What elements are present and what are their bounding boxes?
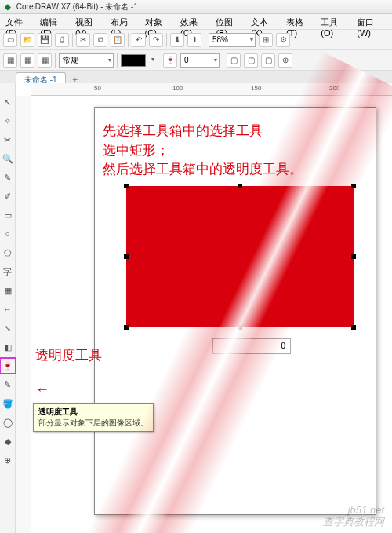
- smart-tool[interactable]: ✐: [2, 190, 14, 203]
- arrow-icon: ←: [35, 381, 49, 398]
- menu-window[interactable]: 窗口(W): [354, 16, 389, 27]
- fill-color-swatch[interactable]: [121, 54, 146, 67]
- menu-table[interactable]: 表格(T): [284, 16, 315, 27]
- app-name: CorelDRAW X7 (64-Bit): [16, 2, 99, 11]
- trans-value[interactable]: 0: [180, 53, 220, 68]
- zoom-tool[interactable]: 🔍: [2, 152, 14, 165]
- menu-file[interactable]: 文件(F): [3, 16, 34, 27]
- separator: [166, 33, 167, 47]
- menu-tools[interactable]: 工具(O): [318, 16, 351, 27]
- connector-tool[interactable]: ⤡: [2, 322, 14, 334]
- tooltip-desc: 部分显示对象下层的图像区域。: [38, 418, 148, 429]
- shape-tool[interactable]: ✧: [2, 115, 14, 127]
- tooltip-title: 透明度工具: [38, 407, 148, 418]
- dimension-tool[interactable]: ↔: [2, 303, 14, 316]
- prop-btn-5[interactable]: ▢: [244, 53, 258, 68]
- table-tool[interactable]: ▦: [2, 284, 14, 297]
- workspace: ↖ ✧ ✂ 🔍 ✎ ✐ ▭ ○ ⬠ 字 ▦ ↔ ⤡ ◧ 🍷 ✎ 🪣 ◯ ◆ ⊕ …: [0, 83, 392, 533]
- print-button[interactable]: ⎙: [55, 33, 69, 47]
- toolbox: ↖ ✧ ✂ 🔍 ✎ ✐ ▭ ○ ⬠ 字 ▦ ↔ ⤡ ◧ 🍷 ✎ 🪣 ◯ ◆ ⊕: [0, 83, 16, 533]
- separator: [55, 53, 56, 68]
- options-button[interactable]: ⚙: [276, 33, 290, 47]
- menu-bitmap[interactable]: 位图(B): [213, 16, 245, 27]
- app-icon: ◆: [5, 2, 11, 11]
- interactive-fill-tool[interactable]: ◆: [2, 435, 14, 447]
- separator: [205, 33, 205, 47]
- handle-br[interactable]: [351, 325, 356, 330]
- red-rectangle[interactable]: [126, 186, 354, 327]
- polygon-tool[interactable]: ⬠: [2, 246, 14, 259]
- transparency-icon[interactable]: 🍷: [163, 53, 177, 68]
- import-button[interactable]: ⬇: [170, 33, 184, 47]
- value-input[interactable]: 0: [212, 338, 291, 354]
- prop-btn-1[interactable]: ▦: [3, 53, 17, 68]
- outline-tool[interactable]: ◯: [2, 416, 14, 429]
- menu-text[interactable]: 文本(X): [249, 16, 281, 27]
- snap-button[interactable]: ⊞: [259, 33, 273, 47]
- more-tool[interactable]: ⊕: [2, 454, 14, 466]
- ruler-vertical: [16, 96, 31, 533]
- cut-button[interactable]: ✂: [76, 33, 90, 47]
- rectangle-tool[interactable]: ▭: [2, 209, 14, 221]
- toolbar-property: ▦ ▦ ▦ 常规 🍷 0 ▢ ▢ ▢ ⊕: [0, 50, 392, 71]
- handle-mr[interactable]: [351, 254, 356, 259]
- ellipse-tool[interactable]: ○: [2, 228, 14, 240]
- open-button[interactable]: 📂: [20, 33, 34, 47]
- menu-layout[interactable]: 布局(L): [108, 16, 140, 27]
- eyedropper-tool[interactable]: ✎: [2, 378, 14, 391]
- separator: [128, 33, 129, 47]
- menu-object[interactable]: 对象(C): [143, 16, 175, 27]
- prop-btn-4[interactable]: ▢: [227, 53, 241, 68]
- handle-tr[interactable]: [351, 184, 356, 188]
- pick-tool[interactable]: ↖: [2, 96, 14, 108]
- undo-button[interactable]: ↶: [132, 33, 146, 47]
- menu-edit[interactable]: 编辑(E): [38, 16, 70, 27]
- watermark: jb51.net 查字典教程网: [323, 504, 384, 528]
- page: 先选择工具箱中的选择工具 选中矩形； 然后选择工具箱中的透明度工具。 0: [94, 107, 376, 515]
- transparency-tool[interactable]: 🍷: [2, 360, 14, 372]
- menu-bar: 文件(F) 编辑(E) 视图(V) 布局(L) 对象(C) 效果(C) 位图(B…: [0, 14, 392, 30]
- separator: [223, 53, 223, 68]
- text-tool[interactable]: 字: [2, 265, 14, 278]
- handle-bm[interactable]: [238, 325, 242, 330]
- doc-name: 未命名 -1: [105, 2, 138, 11]
- transparency-label: 透明度工具: [35, 346, 102, 364]
- save-button[interactable]: 💾: [38, 33, 52, 47]
- title-bar: ◆ CorelDRAW X7 (64-Bit) - 未命名 -1: [0, 0, 392, 14]
- crop-tool[interactable]: ✂: [2, 133, 14, 146]
- fill-tool[interactable]: 🪣: [2, 397, 14, 410]
- paste-button[interactable]: 📋: [111, 33, 125, 47]
- handle-tl[interactable]: [124, 184, 129, 188]
- handle-tm[interactable]: [238, 184, 242, 188]
- new-button[interactable]: ▭: [3, 33, 17, 47]
- separator: [117, 53, 118, 68]
- ruler-horizontal: 50 100 150 200: [31, 83, 392, 96]
- handle-ml[interactable]: [124, 254, 129, 259]
- prop-btn-7[interactable]: ⊕: [278, 53, 292, 68]
- annotation-text: 先选择工具箱中的选择工具 选中矩形； 然后选择工具箱中的透明度工具。: [103, 122, 303, 180]
- handle-bl[interactable]: [124, 325, 129, 330]
- redo-button[interactable]: ↷: [149, 33, 163, 47]
- effects-tool[interactable]: ◧: [2, 341, 14, 353]
- zoom-combo[interactable]: 58%: [209, 33, 256, 47]
- prop-btn-2[interactable]: ▦: [20, 53, 34, 68]
- copy-button[interactable]: ⧉: [93, 33, 107, 47]
- export-button[interactable]: ⬆: [187, 33, 201, 47]
- canvas-area[interactable]: 50 100 150 200 先选择工具箱中的选择工具 选中矩形； 然后选择工具…: [16, 83, 392, 533]
- separator: [72, 33, 73, 47]
- prop-btn-6[interactable]: ▢: [261, 53, 275, 68]
- style-combo[interactable]: 常规: [59, 53, 114, 68]
- menu-view[interactable]: 视图(V): [73, 16, 105, 27]
- freehand-tool[interactable]: ✎: [2, 171, 14, 184]
- menu-effects[interactable]: 效果(C): [178, 16, 210, 27]
- tool-tooltip: 透明度工具 部分显示对象下层的图像区域。: [33, 403, 154, 432]
- prop-btn-3[interactable]: ▦: [38, 53, 52, 68]
